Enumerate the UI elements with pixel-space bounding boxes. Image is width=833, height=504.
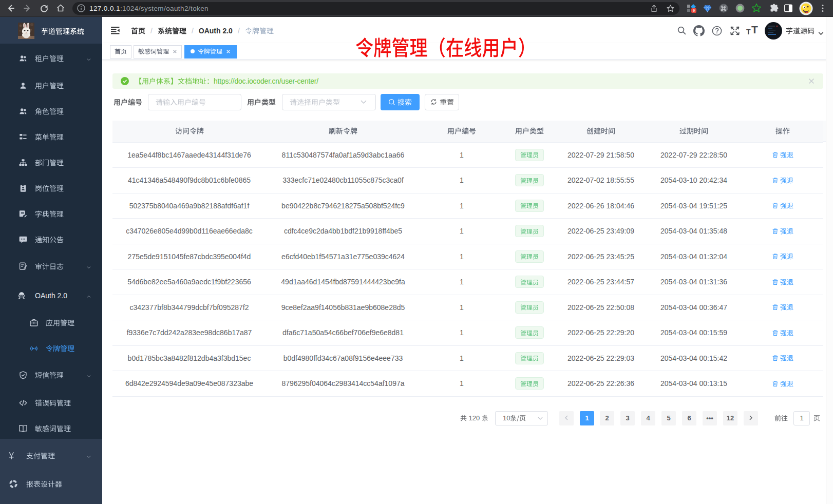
svg-text:9: 9 (693, 8, 695, 13)
